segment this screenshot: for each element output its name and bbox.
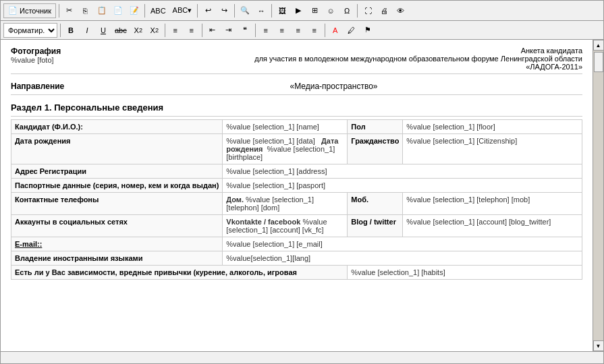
table-row: Дата рождения %value [selection_1] [data… [11,134,582,164]
separator2 [144,4,145,18]
bg-color-button[interactable]: 🖊 [344,23,359,38]
scroll-thumb[interactable] [594,52,603,72]
scroll-down-arrow[interactable]: ▼ [593,340,604,351]
separator10 [255,24,256,37]
header-line1: Анкета кандидата [254,47,582,55]
content-area: Фотография %value [foto] Анкета кандидат… [1,40,603,351]
undo-button[interactable]: ↩ [200,3,215,18]
editor-body[interactable]: Фотография %value [foto] Анкета кандидат… [1,40,593,351]
table-row: Есть ли у Вас зависимости, вредные привы… [11,266,582,280]
maximize-button[interactable]: ⛶ [360,3,375,18]
toolbar1: 📄 Источник ✂ ⎘ 📋 📄 📝 ABC ABC▾ ↩ ↪ 🔍 ↔ 🖼 … [1,1,603,21]
source-button[interactable]: 📄 Источник [3,3,56,18]
header-text: Анкета кандидата для участия в молодежно… [254,47,582,71]
header-line3: «ЛАДОГА-2011» [254,63,582,71]
list-ordered-button[interactable]: ≡ [184,23,199,38]
editor-wrapper: 📄 Источник ✂ ⎘ 📋 📄 📝 ABC ABC▾ ↩ ↪ 🔍 ↔ 🖼 … [0,0,604,364]
passport-value: %value [selection_1] [pasport] [223,179,582,193]
spellcheck-button[interactable]: ABC [148,3,169,18]
direction-label: Направление [11,82,78,91]
align-left-button[interactable]: ≡ [258,23,273,38]
blockquote-button[interactable]: ❝ [238,23,252,38]
gender-label: Пол [348,120,403,134]
separator7 [60,24,61,37]
candidate-value: %value [selection_1] [name] [223,120,348,134]
image-button[interactable]: 🖼 [275,3,290,18]
table-row: Адрес Регистрации %value [selection_1] [… [11,164,582,179]
special2-button[interactable]: ⚑ [360,23,375,38]
smiley-button[interactable]: ☺ [323,3,338,18]
flash-button[interactable]: ▶ [291,3,306,18]
source-icon: 📄 [8,6,18,15]
strikethrough-button[interactable]: abc [112,23,130,38]
list-unordered-button[interactable]: ≡ [168,23,183,38]
phones-value: Дом. %value [selection_1] [telephon] [do… [223,193,348,215]
email-value: %value [selection_1] [e_mail] [223,237,582,251]
document-header: Фотография %value [foto] Анкета кандидат… [11,47,582,74]
cut-button[interactable]: ✂ [62,3,77,18]
candidate-label: Кандидат (Ф.И.О.): [11,120,223,134]
toolbar2: Форматир... B I U abc X2 X2 ≡ ≡ ⇤ ⇥ ❝ ≡ … [1,21,603,40]
table-row: Контактные телефоны Дом. %value [selecti… [11,193,582,215]
citizenship-label: Гражданство [348,134,403,164]
separator3 [197,4,198,18]
source-label: Источник [20,7,51,15]
scroll-track [593,51,603,340]
preview-button[interactable]: 👁 [393,3,408,18]
subscript-button[interactable]: X2 [131,23,146,38]
separator8 [165,24,165,37]
superscript-button[interactable]: X2 [147,23,162,38]
paste-button[interactable]: 📋 [94,3,109,18]
photo-section: Фотография %value [foto] [11,47,61,64]
blog-label: Blog / twitter [348,215,403,237]
blog-value: %value [selection_1] [account] [blog_twi… [403,215,582,237]
habits-value: %value [selection_1] [habits] [348,266,582,280]
address-value: %value [selection_1] [address] [223,164,582,179]
redo-button[interactable]: ↪ [217,3,231,18]
separator [59,4,59,18]
print-button[interactable]: 🖨 [377,3,391,18]
photo-value: %value [foto] [11,56,61,64]
separator6 [357,4,358,18]
separator4 [234,4,235,18]
indent-increase-button[interactable]: ⇥ [221,23,236,38]
citizenship-value: %value [selection_1] [Citizenship] [403,134,582,164]
scroll-up-arrow[interactable]: ▲ [593,40,604,51]
status-text [3,354,5,361]
find-button[interactable]: 🔍 [238,3,252,18]
italic-button[interactable]: I [80,23,94,38]
table-row: E-mail:: %value [selection_1] [e_mail] [11,237,582,251]
mobile-label: Моб. [348,193,403,215]
mobile-value: %value [selection_1] [telephon] [mob] [403,193,582,215]
table-button[interactable]: ⊞ [307,3,322,18]
align-justify-button[interactable]: ≡ [307,23,322,38]
paste-text-button[interactable]: 📄 [111,3,126,18]
address-label: Адрес Регистрации [11,164,223,179]
underline-button[interactable]: U [96,23,111,38]
header-line2: для участия в молодежном международном о… [254,55,582,63]
birthdate-value: %value [selection_1] [data] Дата рождени… [223,134,348,164]
statusbar [1,351,603,363]
separator5 [271,4,272,18]
spellcheck2-button[interactable]: ABC▾ [170,3,195,18]
birthdate-label: Дата рождения [11,134,223,164]
align-center-button[interactable]: ≡ [275,23,290,38]
separator11 [325,24,325,37]
align-right-button[interactable]: ≡ [291,23,306,38]
copy-button[interactable]: ⎘ [78,3,93,18]
scrollbar-vertical[interactable]: ▲ ▼ [593,40,603,351]
direction-row: Направление «Медиа-пространство» [11,78,582,95]
passport-label: Паспортные данные (серия, номер, кем и к… [11,179,223,193]
bold-button[interactable]: B [63,23,78,38]
replace-button[interactable]: ↔ [254,3,269,18]
text-color-button[interactable]: A [328,23,343,38]
indent-decrease-button[interactable]: ⇤ [205,23,220,38]
special-char-button[interactable]: Ω [339,3,354,18]
accounts-vk-value: Vkontakte / facebook %value [selection_1… [223,215,348,237]
paste-word-button[interactable]: 📝 [127,3,142,18]
separator9 [202,24,202,37]
format-select[interactable]: Форматир... [3,23,57,38]
table-row: Паспортные данные (серия, номер, кем и к… [11,179,582,193]
table-row: Кандидат (Ф.И.О.): %value [selection_1] … [11,120,582,134]
table-row: Владение иностранными языками %value[sel… [11,251,582,266]
